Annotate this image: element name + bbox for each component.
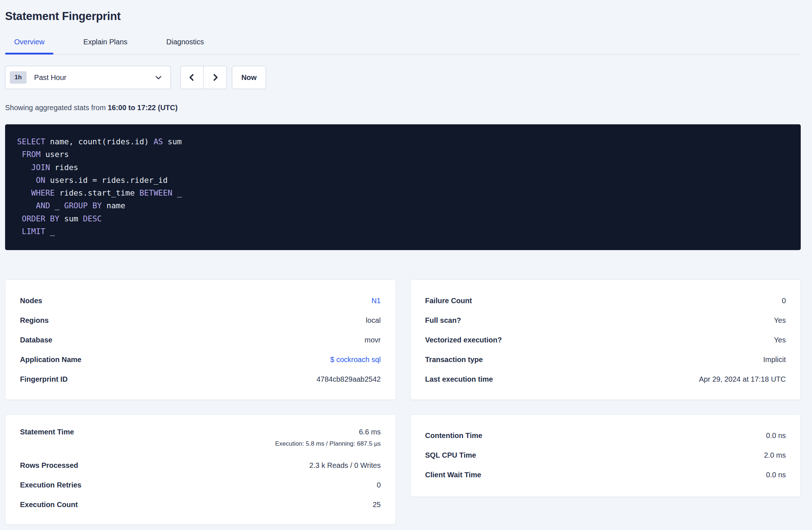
sql-keyword: SELECT xyxy=(17,137,45,146)
sql-text xyxy=(17,227,22,236)
page-title: Statement Fingerprint xyxy=(5,9,801,23)
next-time-window-button[interactable] xyxy=(204,66,226,89)
chevron-left-icon xyxy=(187,72,197,83)
client-wait-time-value: 0.0 ns xyxy=(766,471,786,479)
rows-processed-row: Rows Processed2.3 k Reads / 0 Writes xyxy=(20,455,381,475)
failure-count-value: 0 xyxy=(782,297,786,305)
aggregated-stats-text: Showing aggregated stats from 16:00 to 1… xyxy=(5,104,801,112)
last-execution-time-label: Last execution time xyxy=(425,375,493,384)
statement-time-label: Statement Time xyxy=(20,428,74,436)
sql-cpu-time-label: SQL CPU Time xyxy=(425,451,476,459)
regions-value: local xyxy=(366,316,381,325)
wait-time-stats-card: Contention Time0.0 nsSQL CPU Time2.0 msC… xyxy=(410,414,801,497)
tab-explain-plans[interactable]: Explain Plans xyxy=(74,37,136,54)
sql-text: name, count(rides.id) xyxy=(45,137,154,146)
aggregated-stats-prefix: Showing aggregated stats from xyxy=(5,104,108,112)
sql-text xyxy=(17,163,31,172)
fingerprint-id-row: Fingerprint ID4784cb829aab2542 xyxy=(20,369,381,389)
sql-text: name xyxy=(102,201,125,210)
application-name-link[interactable]: $ cockroach sql xyxy=(330,356,381,364)
execution-stats-card: Statement Time6.6 msExecution: 5.8 ms / … xyxy=(5,414,396,525)
sql-text: users.id = rides.rider_id xyxy=(45,176,168,185)
failure-count-label: Failure Count xyxy=(425,297,472,305)
execution-count-row: Execution Count25 xyxy=(20,495,381,514)
tab-bar: OverviewExplain PlansDiagnostics xyxy=(5,37,801,55)
chevron-right-icon xyxy=(210,72,220,83)
sql-line: FROM users xyxy=(17,148,789,161)
sql-keyword: JOIN xyxy=(31,163,50,172)
tab-overview[interactable]: Overview xyxy=(5,37,53,54)
database-label: Database xyxy=(20,336,52,344)
sql-keyword: FROM xyxy=(22,150,41,159)
sql-keyword: GROUP BY xyxy=(64,201,102,210)
sql-text: users xyxy=(41,150,69,159)
sql-keyword: ON xyxy=(36,176,45,185)
database-row: Databasemovr xyxy=(20,330,381,350)
sql-keyword: BETWEEN xyxy=(140,188,173,197)
statement-time-value: 6.6 ms xyxy=(359,428,381,436)
contention-time-value: 0.0 ns xyxy=(766,431,786,440)
contention-time-label: Contention Time xyxy=(425,431,482,440)
statement-time-row: Statement Time6.6 msExecution: 5.8 ms / … xyxy=(20,426,381,455)
client-wait-time-label: Client Wait Time xyxy=(425,471,481,479)
sql-keyword: AND xyxy=(36,201,50,210)
sql-text xyxy=(17,201,36,210)
chevron-down-icon xyxy=(154,73,163,82)
nodes-link[interactable]: N1 xyxy=(371,297,381,305)
full-scan-value: Yes xyxy=(774,316,786,325)
time-range-label: Past Hour xyxy=(34,73,67,82)
sql-line: LIMIT _ xyxy=(17,225,789,238)
statement-details-card: NodesN1RegionslocalDatabasemovrApplicati… xyxy=(5,280,396,400)
aggregated-stats-range: 16:00 to 17:22 (UTC) xyxy=(108,104,177,112)
sql-text: _ xyxy=(45,227,55,236)
sql-line: SELECT name, count(rides.id) AS sum xyxy=(17,135,789,148)
execution-retries-row: Execution Retries0 xyxy=(20,475,381,495)
execution-count-label: Execution Count xyxy=(20,501,78,509)
sql-text: sum xyxy=(163,137,182,146)
execution-retries-value: 0 xyxy=(377,481,381,489)
time-range-badge: 1h xyxy=(10,71,27,84)
nodes-label: Nodes xyxy=(20,297,42,305)
contention-time-row: Contention Time0.0 ns xyxy=(425,426,786,445)
sql-text xyxy=(17,150,22,159)
database-value: movr xyxy=(365,336,381,344)
sql-line: AND _ GROUP BY name xyxy=(17,199,789,212)
sql-line: JOIN rides xyxy=(17,161,789,174)
statement-time-values: 6.6 msExecution: 5.8 ms / Planning: 687.… xyxy=(275,428,381,447)
application-name-label: Application Name xyxy=(20,356,81,364)
summary-cards: NodesN1RegionslocalDatabasemovrApplicati… xyxy=(5,280,801,525)
statement-fingerprint-page: Statement Fingerprint OverviewExplain Pl… xyxy=(0,0,812,525)
nodes-row: NodesN1 xyxy=(20,291,381,310)
fingerprint-id-value: 4784cb829aab2542 xyxy=(317,375,381,384)
time-controls: 1h Past Hour Now xyxy=(5,66,801,89)
execution-count-value: 25 xyxy=(373,501,381,509)
execution-retries-label: Execution Retries xyxy=(20,481,81,489)
sql-statement-box: SELECT name, count(rides.id) AS sum FROM… xyxy=(5,124,801,250)
sql-statement-text: SELECT name, count(rides.id) AS sum FROM… xyxy=(17,135,789,238)
previous-time-window-button[interactable] xyxy=(181,66,204,89)
sql-keyword: ORDER BY xyxy=(22,214,60,223)
rows-processed-value: 2.3 k Reads / 0 Writes xyxy=(309,461,381,470)
transaction-type-row: Transaction typeImplicit xyxy=(425,350,786,369)
sql-keyword: LIMIT xyxy=(22,227,45,236)
rows-processed-label: Rows Processed xyxy=(20,461,78,470)
time-step-buttons xyxy=(180,66,227,89)
sql-line: ON users.id = rides.rider_id xyxy=(17,174,789,186)
time-range-dropdown[interactable]: 1h Past Hour xyxy=(5,66,171,89)
vectorized-execution-row: Vectorized execution?Yes xyxy=(425,330,786,350)
sql-text: rides.start_time xyxy=(55,188,140,197)
tab-diagnostics[interactable]: Diagnostics xyxy=(157,37,213,54)
sql-text xyxy=(17,214,22,223)
client-wait-time-row: Client Wait Time0.0 ns xyxy=(425,465,786,485)
sql-keyword: AS xyxy=(153,137,163,146)
fingerprint-id-label: Fingerprint ID xyxy=(20,375,68,384)
now-button[interactable]: Now xyxy=(232,66,266,89)
full-scan-label: Full scan? xyxy=(425,316,461,325)
last-execution-time-row: Last execution timeApr 29, 2024 at 17:18… xyxy=(425,369,786,389)
sql-keyword: WHERE xyxy=(31,188,55,197)
vectorized-execution-value: Yes xyxy=(774,336,786,344)
application-name-row: Application Name$ cockroach sql xyxy=(20,350,381,369)
transaction-type-label: Transaction type xyxy=(425,356,483,364)
regions-label: Regions xyxy=(20,316,49,325)
execution-attributes-card: Failure Count0Full scan?YesVectorized ex… xyxy=(410,280,801,400)
